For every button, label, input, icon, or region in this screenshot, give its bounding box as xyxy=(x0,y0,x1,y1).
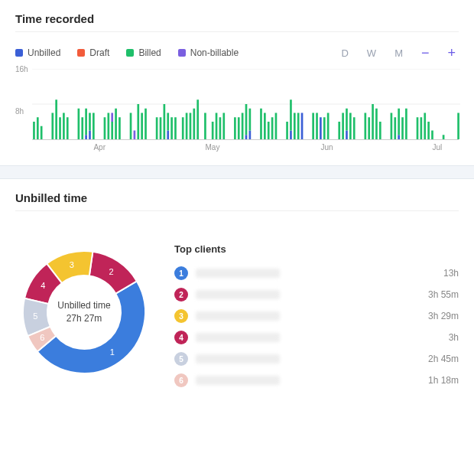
svg-rect-51 xyxy=(249,109,252,131)
svg-rect-25 xyxy=(137,104,139,139)
granularity-week-button[interactable]: W xyxy=(364,46,379,60)
x-tick-may: May xyxy=(206,140,220,152)
svg-rect-65 xyxy=(320,117,322,139)
y-label-16h: 16h xyxy=(15,65,28,73)
client-list: 1 13h 2 3h 55m 3 3h 29m 4 3h 5 2h 45m 6 … xyxy=(174,262,459,391)
legend-row: Unbilled Draft Billed Non-billable D W M… xyxy=(15,41,459,69)
svg-rect-64 xyxy=(316,113,318,140)
svg-rect-10 xyxy=(78,109,80,139)
client-time: 1h 18m xyxy=(428,375,459,386)
svg-rect-26 xyxy=(141,113,143,140)
svg-rect-35 xyxy=(182,117,184,139)
top-clients: Top clients 1 13h 2 3h 55m 3 3h 29m 4 3h… xyxy=(174,243,459,391)
svg-rect-55 xyxy=(271,117,274,139)
svg-rect-70 xyxy=(346,131,348,140)
svg-rect-57 xyxy=(286,122,288,139)
chart-controls: D W M − + xyxy=(338,44,459,61)
rank-badge-icon: 4 xyxy=(174,331,188,344)
svg-rect-49 xyxy=(245,104,248,135)
svg-rect-22 xyxy=(118,117,121,139)
svg-rect-9 xyxy=(67,117,69,139)
client-row[interactable]: 3 3h 29m xyxy=(174,305,459,327)
svg-rect-83 xyxy=(401,117,404,139)
client-name-redacted xyxy=(196,290,280,299)
zoom-in-button[interactable]: + xyxy=(444,44,459,61)
svg-rect-80 xyxy=(394,117,396,139)
bar-chart-wrap: 16h 8h AprMayJunJul xyxy=(15,69,459,153)
svg-rect-32 xyxy=(167,113,169,131)
svg-rect-24 xyxy=(134,131,136,140)
svg-rect-77 xyxy=(375,109,378,139)
svg-rect-15 xyxy=(89,113,91,131)
legend-draft[interactable]: Draft xyxy=(77,47,109,58)
svg-rect-39 xyxy=(196,99,199,139)
svg-rect-16 xyxy=(93,113,95,140)
svg-rect-7 xyxy=(59,117,61,139)
divider xyxy=(15,210,459,211)
swatch-billed-icon xyxy=(126,49,134,57)
svg-rect-66 xyxy=(323,117,326,139)
svg-rect-84 xyxy=(405,109,407,139)
svg-rect-69 xyxy=(342,113,344,140)
donut-chart-wrap: Unbilled time 27h 27m 123456 xyxy=(15,243,153,381)
donut-segment-label-4: 4 xyxy=(36,279,50,292)
donut-center-value: 27h 27m xyxy=(57,312,110,325)
svg-rect-40 xyxy=(204,113,206,140)
section-gap xyxy=(0,165,474,179)
svg-rect-85 xyxy=(417,117,419,139)
donut-segment-label-3: 3 xyxy=(65,258,79,272)
time-recorded-bar-chart[interactable] xyxy=(32,69,460,139)
client-row[interactable]: 5 2h 45m xyxy=(174,348,459,370)
svg-rect-27 xyxy=(144,109,147,139)
svg-rect-41 xyxy=(212,122,214,139)
svg-rect-71 xyxy=(346,109,348,131)
svg-rect-47 xyxy=(242,113,244,140)
svg-rect-37 xyxy=(190,113,192,140)
donut-segment-label-1: 1 xyxy=(106,345,119,359)
svg-rect-89 xyxy=(431,131,433,140)
client-row[interactable]: 4 3h xyxy=(174,327,459,348)
client-row[interactable]: 2 3h 55m xyxy=(174,284,459,305)
donut-segment-label-6: 6 xyxy=(35,331,49,344)
legend-nonbillable[interactable]: Non-billable xyxy=(178,47,239,58)
svg-rect-45 xyxy=(234,117,236,139)
svg-rect-44 xyxy=(222,113,225,140)
svg-rect-60 xyxy=(294,113,296,140)
svg-rect-30 xyxy=(164,104,166,139)
granularity-day-button[interactable]: D xyxy=(338,46,351,60)
client-time: 3h 55m xyxy=(428,289,459,300)
client-name-redacted xyxy=(196,269,280,278)
svg-rect-68 xyxy=(338,122,340,139)
svg-rect-38 xyxy=(193,109,195,139)
unbilled-title: Unbilled time xyxy=(15,191,459,204)
client-row[interactable]: 6 1h 18m xyxy=(174,370,459,391)
svg-rect-87 xyxy=(424,113,426,140)
donut-center-label: Unbilled time xyxy=(57,299,110,312)
granularity-month-button[interactable]: M xyxy=(391,46,406,60)
client-time: 13h xyxy=(443,268,459,279)
svg-rect-61 xyxy=(297,113,300,140)
svg-rect-18 xyxy=(107,113,109,140)
client-row[interactable]: 1 13h xyxy=(174,262,459,284)
svg-rect-5 xyxy=(51,113,54,140)
legend-unbilled[interactable]: Unbilled xyxy=(15,47,60,58)
donut-center: Unbilled time 27h 27m xyxy=(57,299,110,325)
legend-billed[interactable]: Billed xyxy=(126,47,161,58)
svg-rect-31 xyxy=(167,131,169,140)
top-clients-title: Top clients xyxy=(174,243,459,255)
svg-rect-14 xyxy=(89,131,91,140)
svg-rect-79 xyxy=(391,113,393,140)
svg-rect-78 xyxy=(379,122,381,139)
svg-rect-36 xyxy=(186,113,188,140)
svg-rect-91 xyxy=(457,113,459,140)
svg-rect-21 xyxy=(115,109,117,139)
zoom-out-button[interactable]: − xyxy=(418,44,433,61)
divider xyxy=(15,31,459,32)
svg-rect-54 xyxy=(268,122,270,139)
x-tick-jul: Jul xyxy=(433,140,443,152)
x-axis: AprMayJunJul xyxy=(32,139,459,153)
swatch-nonbillable-icon xyxy=(178,49,186,57)
y-label-8h: 8h xyxy=(15,107,24,116)
legend-nonbillable-label: Non-billable xyxy=(190,47,239,58)
svg-rect-11 xyxy=(81,117,83,139)
